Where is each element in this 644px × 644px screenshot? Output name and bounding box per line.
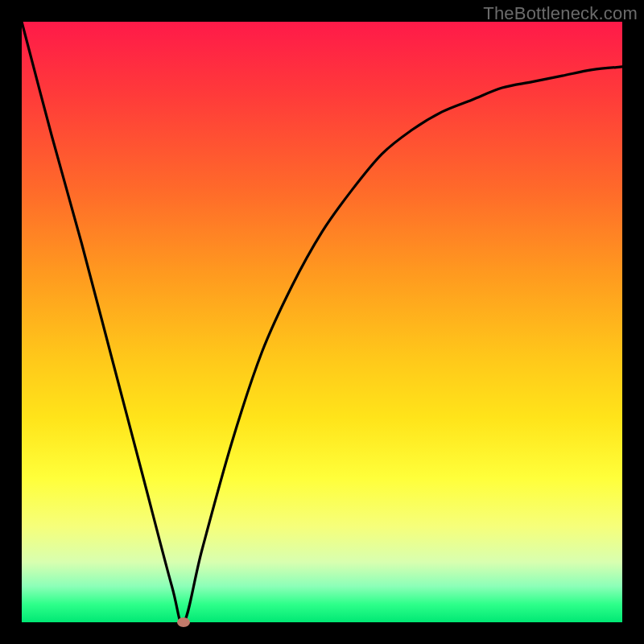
chart-frame: TheBottleneck.com (0, 0, 644, 644)
plot-area (22, 22, 622, 622)
watermark-text: TheBottleneck.com (483, 3, 638, 24)
minimum-marker (177, 617, 190, 627)
bottleneck-curve (22, 22, 622, 622)
